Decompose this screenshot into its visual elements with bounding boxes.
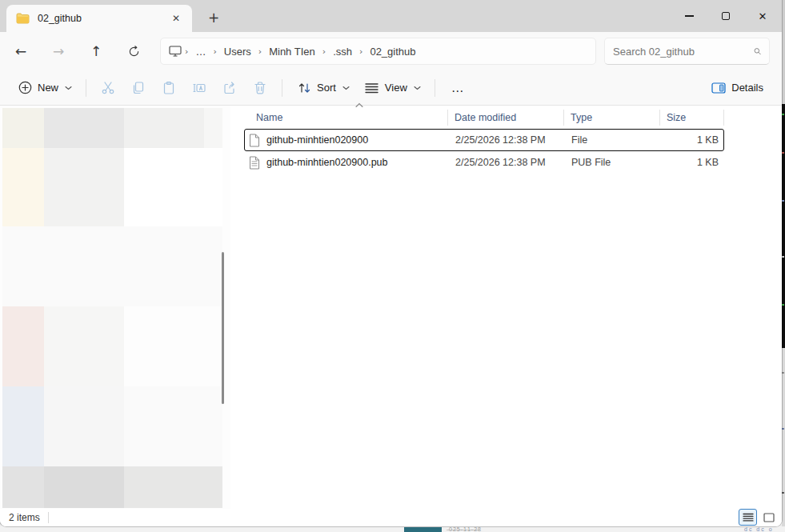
chevron-right-icon: › [211,46,218,57]
share-button[interactable] [214,74,245,102]
sidebar-placeholder [124,466,222,508]
column-header-date-modified[interactable]: Date modified [448,110,564,126]
background-text-fragment: dc dc o [744,526,774,532]
sidebar-placeholder [124,108,204,148]
new-plus-icon [17,80,33,96]
file-name: github-minhtien020900.pub [266,157,388,168]
background-right-strip [782,0,785,532]
nav-buttons: ← → ↑ [7,38,147,65]
details-pane-icon [711,80,727,96]
tab-title: 02_github [38,13,168,24]
background-speck [782,152,784,154]
chevron-right-icon: › [183,46,190,57]
breadcrumb-item-user[interactable]: Minh TIen [263,43,321,60]
sidebar-placeholder [2,108,44,148]
toolbar-divider [435,79,435,97]
explorer-tab[interactable]: 02_github ✕ [6,5,192,32]
text-file-icon [249,156,260,170]
column-header-type[interactable]: Type [564,110,660,126]
background-speck [782,256,784,258]
background-segment [782,0,785,104]
search-box[interactable] [604,38,770,65]
folder-icon [16,13,30,24]
column-header-name[interactable]: Name [244,110,448,126]
screen: ̶0̶2̶5̶-̶1̶1̶-̶2̶8 dc dc o 02_github ✕ +… [0,0,785,532]
sort-button[interactable]: Sort [289,74,357,102]
file-size: 1 KB [661,134,725,146]
sidebar-placeholder [2,148,44,226]
refresh-button[interactable] [120,38,147,65]
view-button[interactable]: View [357,74,428,102]
file-explorer-window: 02_github ✕ + ✕ ← → ↑ [0,0,782,526]
navigation-bar: ← → ↑ › … › [0,32,782,70]
file-type: PUB File [565,157,661,168]
more-options-button[interactable]: … [442,81,475,95]
delete-button[interactable] [245,74,275,102]
file-size: 1 KB [661,157,725,168]
details-pane-button[interactable]: Details [703,74,771,102]
maximize-button[interactable] [707,0,744,32]
rename-button[interactable] [184,74,214,102]
file-row-github-minhtien020900-pub[interactable]: github-minhtien020900.pub 2/25/2026 12:3… [244,151,724,174]
sidebar-scrollbar[interactable] [222,252,224,404]
sort-ascending-icon [354,102,364,108]
status-bar: 2 items [0,509,782,526]
this-pc-icon [167,43,183,59]
view-toggles [739,509,778,526]
up-button[interactable]: ↑ [82,38,110,65]
new-button-label: New [38,82,58,94]
new-button[interactable]: New [10,74,79,102]
chevron-right-icon: › [321,46,327,57]
paste-icon [161,80,177,96]
toolbar-divider [282,79,282,97]
details-view-icon [743,513,754,522]
maximize-icon [722,12,730,20]
sidebar-placeholder [124,148,222,226]
paste-button[interactable] [154,74,184,102]
background-speck [782,114,784,115]
background-speck [782,200,784,202]
sidebar-placeholder [2,226,222,306]
background-speck [782,428,784,430]
view-icon [364,80,380,96]
search-input[interactable] [613,46,754,58]
large-icons-view-toggle[interactable] [759,509,778,526]
sidebar-placeholder [2,466,44,508]
search-icon [754,46,761,57]
minimize-icon [685,15,694,16]
column-header-size[interactable]: Size [660,110,724,126]
file-row-github-minhtien020900[interactable]: github-minhtien020900 2/25/2026 12:38 PM… [244,129,724,151]
chevron-down-icon [65,86,72,90]
details-view-toggle[interactable] [739,509,757,526]
sort-icon [296,80,312,96]
breadcrumb-overflow[interactable]: … [190,43,211,60]
forward-button[interactable]: → [45,38,72,65]
tab-close-icon[interactable]: ✕ [168,10,184,26]
sidebar-placeholder [204,108,222,148]
sidebar-placeholder [2,386,44,466]
details-pane-label: Details [731,82,763,94]
copy-button[interactable] [123,74,154,102]
sidebar-placeholder [44,148,124,226]
file-name: github-minhtien020900 [266,134,368,146]
cut-button[interactable] [93,74,123,102]
close-button[interactable]: ✕ [744,0,781,32]
rename-icon [191,80,207,96]
background-speck [782,492,784,494]
back-button[interactable]: ← [7,38,34,65]
file-type: File [565,134,661,146]
command-toolbar: New [0,70,782,106]
address-bar[interactable]: › … › Users › Minh TIen › .ssh › 02_gith… [160,38,596,65]
large-icons-view-icon [763,513,775,522]
breadcrumb-item-ssh[interactable]: .ssh [327,43,358,60]
breadcrumb-item-users[interactable]: Users [218,43,257,60]
minimize-button[interactable] [671,0,707,32]
item-count: 2 items [0,512,40,523]
new-tab-button[interactable]: + [203,8,224,27]
breadcrumb-item-02-github[interactable]: 02_github [364,43,421,60]
sidebar-placeholder [124,306,222,386]
column-headers: Name Date modified Type Size [244,106,724,129]
sidebar-placeholder [44,386,124,466]
window-controls: ✕ [671,0,781,32]
navigation-sidebar[interactable] [0,106,230,510]
